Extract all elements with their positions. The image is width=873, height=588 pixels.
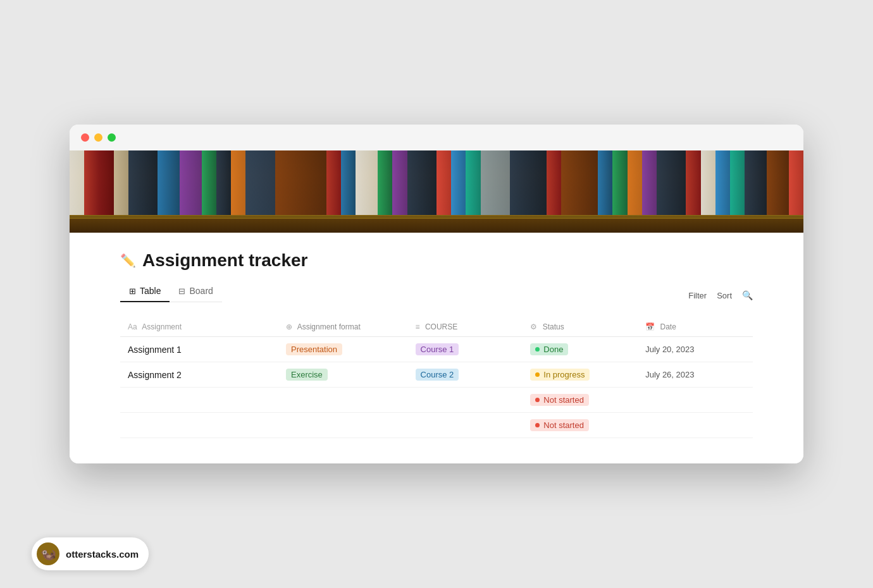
titlebar bbox=[70, 125, 803, 150]
course-col-icon: ≡ bbox=[416, 322, 420, 331]
cell-date-2[interactable] bbox=[638, 388, 753, 413]
col-format-label: Assignment format bbox=[297, 322, 361, 331]
otter-avatar: 🦦 bbox=[37, 542, 59, 565]
status-dot-2 bbox=[535, 398, 540, 402]
watermark-url: otterstacks.com bbox=[66, 549, 139, 560]
pencil-icon: ✏️ bbox=[120, 253, 136, 268]
cell-format-2[interactable] bbox=[278, 388, 408, 413]
page-content: ✏️ Assignment tracker ⊞ Table ⊟ Board Fi… bbox=[70, 233, 803, 463]
status-badge-2: Not started bbox=[530, 394, 589, 406]
filter-button[interactable]: Filter bbox=[688, 291, 707, 300]
date-text-0: July 20, 2023 bbox=[645, 345, 694, 354]
bookshelf-bg bbox=[70, 150, 803, 233]
assignment-name-1: Assignment 2 bbox=[128, 370, 182, 380]
assignment-name-0: Assignment 1 bbox=[128, 345, 182, 355]
table-row[interactable]: Assignment 2ExerciseCourse 2In progressJ… bbox=[120, 362, 753, 388]
cover-image bbox=[70, 150, 803, 233]
col-date-label: Date bbox=[660, 322, 676, 331]
col-header-assignment: Aa Assignment bbox=[120, 317, 278, 337]
otter-emoji: 🦦 bbox=[40, 546, 56, 561]
status-badge-1: In progress bbox=[530, 369, 590, 381]
tab-board[interactable]: ⊟ Board bbox=[170, 281, 221, 302]
cell-course-3[interactable] bbox=[408, 413, 523, 438]
cell-format-1[interactable]: Exercise bbox=[278, 362, 408, 388]
cell-status-1[interactable]: In progress bbox=[523, 362, 638, 388]
browser-window: ✏️ Assignment tracker ⊞ Table ⊟ Board Fi… bbox=[70, 125, 803, 463]
cell-date-0[interactable]: July 20, 2023 bbox=[638, 337, 753, 362]
cell-assignment-3[interactable] bbox=[120, 413, 278, 438]
cell-course-0[interactable]: Course 1 bbox=[408, 337, 523, 362]
date-col-icon: 📅 bbox=[645, 322, 655, 331]
status-dot-1 bbox=[535, 372, 540, 377]
col-status-label: Status bbox=[543, 322, 564, 331]
tab-table[interactable]: ⊞ Table bbox=[120, 281, 170, 302]
view-tabs: ⊞ Table ⊟ Board bbox=[120, 281, 222, 302]
cell-format-0[interactable]: Presentation bbox=[278, 337, 408, 362]
page-title: Assignment tracker bbox=[142, 250, 307, 271]
filter-sort-bar: Filter Sort 🔍 bbox=[688, 286, 753, 307]
date-text-1: July 26, 2023 bbox=[645, 370, 694, 379]
board-icon: ⊟ bbox=[178, 286, 185, 296]
status-dot-3 bbox=[535, 423, 540, 427]
maximize-button[interactable] bbox=[108, 133, 116, 142]
format-col-icon: ⊕ bbox=[286, 322, 292, 331]
col-header-status: ⚙ Status bbox=[523, 317, 638, 337]
cell-assignment-0[interactable]: Assignment 1 bbox=[120, 337, 278, 362]
col-header-format: ⊕ Assignment format bbox=[278, 317, 408, 337]
cell-date-3[interactable] bbox=[638, 413, 753, 438]
close-button[interactable] bbox=[81, 133, 89, 142]
cell-status-2[interactable]: Not started bbox=[523, 388, 638, 413]
format-tag-1: Exercise bbox=[286, 369, 328, 381]
header-row-tabs: ⊞ Table ⊟ Board Filter Sort 🔍 bbox=[120, 281, 753, 312]
course-tag-0: Course 1 bbox=[416, 343, 459, 355]
table-row[interactable]: Not started bbox=[120, 413, 753, 438]
cell-format-3[interactable] bbox=[278, 413, 408, 438]
format-tag-0: Presentation bbox=[286, 343, 342, 355]
status-badge-0: Done bbox=[530, 343, 568, 355]
table-icon: ⊞ bbox=[129, 286, 136, 296]
cell-assignment-1[interactable]: Assignment 2 bbox=[120, 362, 278, 388]
tab-table-label: Table bbox=[140, 286, 161, 296]
cell-course-2[interactable] bbox=[408, 388, 523, 413]
course-tag-1: Course 2 bbox=[416, 369, 459, 381]
data-table: Aa Assignment ⊕ Assignment format ≡ COUR… bbox=[120, 317, 753, 438]
search-icon[interactable]: 🔍 bbox=[742, 290, 753, 300]
status-dot-0 bbox=[535, 347, 540, 352]
cell-status-0[interactable]: Done bbox=[523, 337, 638, 362]
cell-date-1[interactable]: July 26, 2023 bbox=[638, 362, 753, 388]
assignment-col-icon: Aa bbox=[128, 322, 137, 331]
cell-course-1[interactable]: Course 2 bbox=[408, 362, 523, 388]
status-col-icon: ⚙ bbox=[530, 322, 537, 331]
page-title-section: ✏️ Assignment tracker bbox=[120, 233, 753, 281]
col-course-label: COURSE bbox=[425, 322, 457, 331]
col-header-course: ≡ COURSE bbox=[408, 317, 523, 337]
table-row[interactable]: Not started bbox=[120, 388, 753, 413]
watermark-badge: 🦦 otterstacks.com bbox=[32, 537, 149, 570]
cell-assignment-2[interactable] bbox=[120, 388, 278, 413]
table-header-row: Aa Assignment ⊕ Assignment format ≡ COUR… bbox=[120, 317, 753, 337]
col-header-date: 📅 Date bbox=[638, 317, 753, 337]
minimize-button[interactable] bbox=[94, 133, 102, 142]
sort-button[interactable]: Sort bbox=[717, 291, 732, 300]
table-row[interactable]: Assignment 1PresentationCourse 1DoneJuly… bbox=[120, 337, 753, 362]
cell-status-3[interactable]: Not started bbox=[523, 413, 638, 438]
status-badge-3: Not started bbox=[530, 419, 589, 431]
tab-board-label: Board bbox=[189, 286, 213, 296]
col-assignment-label: Assignment bbox=[142, 322, 182, 331]
